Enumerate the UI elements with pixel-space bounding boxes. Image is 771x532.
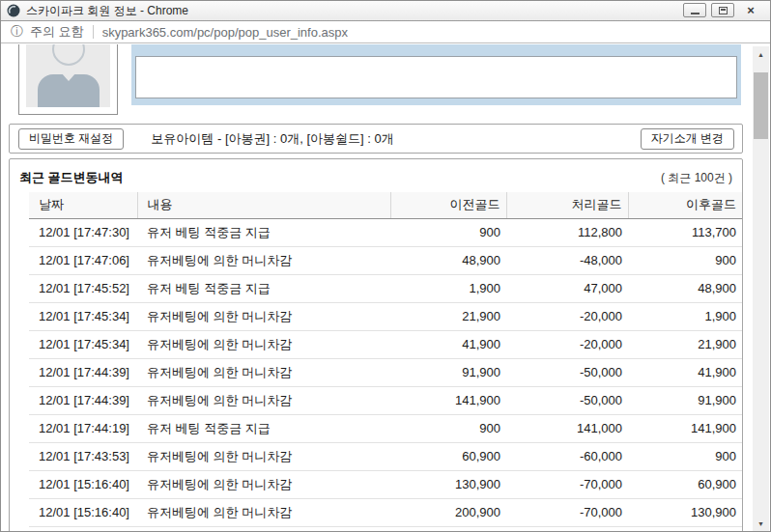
cell-after-gold: 130,900 [628,498,742,526]
cell-description: 유저베팅에 의한 머니차감 [137,246,390,274]
cell-change-gold: -20,000 [506,302,628,330]
cell-previous-gold: 900 [390,414,506,442]
cell-description: 유저베팅에 의한 머니차감 [137,498,390,526]
table-row: 12/01 [17:43:53] 유저베팅에 의한 머니차감 60,900 -6… [29,442,742,470]
cell-change-gold: 47,000 [506,274,628,302]
toolbar: 비밀번호 재설정 보유아이템 - [아봉권] : 0개, [아봉쉴드] : 0개… [9,124,743,154]
column-header-date: 날짜 [29,192,137,218]
cell-date: 12/01 [17:47:30] [29,218,137,246]
cell-date: 12/01 [15:16:40] [29,526,137,531]
cell-change-gold: -50,000 [506,358,628,386]
gold-history-title: 최근 골드변동내역 [19,169,124,186]
gold-history-count-note: ( 최근 100건 ) [661,170,732,186]
gold-history-header: 최근 골드변동내역 ( 최근 100건 ) [10,167,742,192]
intro-textarea[interactable] [135,56,737,98]
vertical-scrollbar[interactable]: ▲ ▼ [753,46,769,531]
cell-change-gold: -20,000 [506,330,628,358]
cell-date: 12/01 [17:44:39] [29,386,137,414]
cell-change-gold: -70,000 [506,470,628,498]
cell-description: 유저베팅에 의한 머니차감 [137,330,390,358]
url-separator [93,25,94,39]
table-row: 12/01 [17:45:34] 유저베팅에 의한 머니차감 41,900 -2… [29,330,742,358]
table-row: 12/01 [17:45:52] 유저 베팅 적중금 지급 1,900 47,0… [29,274,742,302]
cell-change-gold: -70,000 [506,498,628,526]
cell-previous-gold: 300,900 [390,526,506,531]
table-row: 12/01 [17:47:06] 유저베팅에 의한 머니차감 48,900 -4… [29,246,742,274]
table-row: 12/01 [15:16:40] 유저베팅에 의한 머니차감 130,900 -… [29,470,742,498]
cell-date: 12/01 [17:43:53] [29,442,137,470]
cell-previous-gold: 200,900 [390,498,506,526]
cell-after-gold: 200,900 [628,526,742,531]
titlebar: 스카이파크 회원 정보 - Chrome × [1,1,770,21]
cell-after-gold: 48,900 [628,274,742,302]
cell-date: 12/01 [17:44:39] [29,358,137,386]
change-intro-button[interactable]: 자기소개 변경 [641,128,734,150]
cell-after-gold: 91,900 [628,386,742,414]
close-icon: × [747,4,755,16]
password-reset-button[interactable]: 비밀번호 재설정 [18,128,124,150]
avatar-neck-shape [61,72,76,81]
cell-change-gold: -100,000 [506,526,628,531]
cell-description: 유저 베팅 적중금 지급 [137,414,390,442]
cell-previous-gold: 41,900 [390,330,506,358]
url-text: skypark365.com/pc/pop/pop_user_info.aspx [102,25,348,40]
table-row: 12/01 [17:44:39] 유저베팅에 의한 머니차감 91,900 -5… [29,358,742,386]
popup-window: 스카이파크 회원 정보 - Chrome × ⓘ 주의 요함 skypark36… [0,0,771,532]
cell-description: 유저베팅에 의한 머니차감 [137,302,390,330]
scroll-down-icon: ▼ [757,520,764,527]
maximize-button[interactable] [711,3,734,17]
cell-date: 12/01 [17:45:52] [29,274,137,302]
column-header-after: 이후골드 [628,192,742,218]
owned-items-text: 보유아이템 - [아봉권] : 0개, [아봉쉴드] : 0개 [151,130,393,148]
table-row: 12/01 [17:47:30] 유저 베팅 적중금 지급 900 112,80… [29,218,742,246]
cell-after-gold: 900 [628,442,742,470]
cell-previous-gold: 900 [390,218,506,246]
cell-after-gold: 21,900 [628,330,742,358]
cell-after-gold: 900 [628,246,742,274]
cell-after-gold: 1,900 [628,302,742,330]
cell-date: 12/01 [15:16:40] [29,498,137,526]
info-icon[interactable]: ⓘ [11,23,23,41]
cell-previous-gold: 1,900 [390,274,506,302]
scroll-up-button[interactable]: ▲ [753,46,769,62]
column-header-prev: 이전골드 [390,192,506,218]
cell-description: 유저 베팅 적중금 지급 [137,218,390,246]
table-row: 12/01 [17:44:19] 유저 베팅 적중금 지급 900 141,00… [29,414,742,442]
cell-description: 유저베팅에 의한 머니차감 [137,358,390,386]
cell-change-gold: -60,000 [506,442,628,470]
avatar-head-shape [52,44,85,66]
cell-after-gold: 141,900 [628,414,742,442]
table-row: 12/01 [15:16:40] 유저베팅에 의한 머니차감 200,900 -… [29,498,742,526]
cell-description: 유저베팅에 의한 머니차감 [137,386,390,414]
table-row: 12/01 [17:45:34] 유저베팅에 의한 머니차감 21,900 -2… [29,302,742,330]
scrollbar-thumb[interactable] [754,72,768,139]
minimize-button[interactable] [683,3,706,17]
site-favicon [7,4,20,17]
column-header-change: 처리골드 [506,192,628,218]
page-content: 비밀번호 재설정 보유아이템 - [아봉권] : 0개, [아봉쉴드] : 0개… [1,44,770,531]
history-table-body: 12/01 [17:47:30] 유저 베팅 적중금 지급 900 112,80… [29,218,742,531]
url-bar[interactable]: ⓘ 주의 요함 skypark365.com/pc/pop/pop_user_i… [1,21,770,43]
cell-previous-gold: 91,900 [390,358,506,386]
close-button[interactable]: × [739,3,762,17]
scroll-up-icon: ▲ [757,51,764,58]
cell-after-gold: 60,900 [628,470,742,498]
intro-panel [131,44,741,105]
cell-previous-gold: 21,900 [390,302,506,330]
cell-change-gold: -48,000 [506,246,628,274]
scroll-down-button[interactable]: ▼ [753,516,769,531]
cell-previous-gold: 141,900 [390,386,506,414]
table-header-row: 날짜 내용 이전골드 처리골드 이후골드 [29,192,742,218]
window-controls: × [683,3,762,17]
table-row: 12/01 [15:16:40] 유저베팅에 의한 머니차감 300,900 -… [29,526,742,531]
avatar-body-shape [38,74,100,107]
cell-date: 12/01 [17:44:19] [29,414,137,442]
column-header-desc: 내용 [137,192,390,218]
cell-change-gold: 112,800 [506,218,628,246]
cell-previous-gold: 130,900 [390,470,506,498]
cell-description: 유저 베팅 적중금 지급 [137,274,390,302]
cell-date: 12/01 [17:45:34] [29,302,137,330]
gold-history-panel: 최근 골드변동내역 ( 최근 100건 ) 날짜 내용 이전골드 처리골드 이후… [9,158,743,531]
cell-date: 12/01 [17:45:34] [29,330,137,358]
minimize-icon [691,13,700,14]
